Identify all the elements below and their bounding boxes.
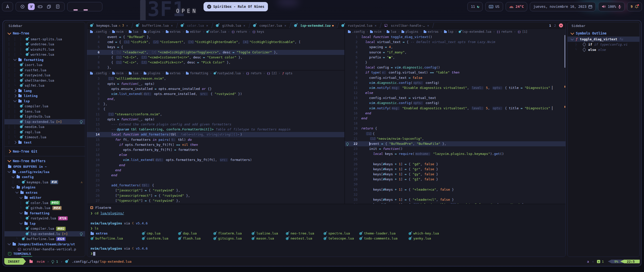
buffer-scrollbar-handle-vertical.p[interactable]: └ scrollbar-handle-vertical.p (5, 247, 85, 252)
code-line[interactable]: 19 vim.list_extend(dst: opts.formatters_… (87, 157, 344, 162)
code-line[interactable]: 24 local keys = require(modname: "lazyvi… (345, 151, 566, 156)
keyboard-layout-widget[interactable]: US (485, 2, 503, 11)
terminal-line[interactable]: ❯ ls (87, 226, 566, 231)
code-line[interactable]: 16 if opts.formatters_by_ft[ft] == nil t… (87, 142, 344, 147)
floaterm-titlebar[interactable]: Floaterm (87, 204, 566, 211)
terminal-line[interactable]: bufferline.luaconform.luaflash.luagitsig… (87, 236, 566, 241)
code-line[interactable]: 17end (345, 116, 566, 121)
workspace-doc[interactable] (54, 3, 61, 10)
code-line[interactable]: 3 spacing = 4, (345, 45, 566, 50)
close-tab-icon[interactable]: × (284, 24, 286, 27)
weather-widget[interactable]: 24°C (506, 2, 528, 11)
code-line[interactable]: 5 opts.ensure_installed = opts.ensure_in… (87, 86, 344, 91)
ls-entry-dap.lua[interactable]: dap.lua (178, 231, 213, 236)
breadcrumb-item[interactable]: {}keys (252, 30, 264, 33)
ls-entry-neotest.lua[interactable]: neotest.lua (286, 236, 324, 241)
file-undotree.lua[interactable]: │ │ │ undotree.lua (5, 42, 85, 47)
buffer-lsp[interactable]: lsp (5, 221, 85, 226)
code-line[interactable]: 22 event = { "BufReadPre", "BufNewFile" … (345, 141, 566, 146)
close-all-button[interactable]: × (559, 23, 563, 27)
buffer-extras[interactable]: extras (5, 190, 85, 195)
file-shellharden.lua[interactable]: │ │ shellharden.lua (5, 78, 85, 83)
ls-entry-theme-loader.lua[interactable]: theme-loader.lua (359, 231, 409, 236)
code-line[interactable]: 32 (345, 192, 566, 197)
code-line[interactable]: 29 keys[#keys + 1] = { "gI", false } (345, 177, 566, 182)
file-lsp[interactable]: │ lsp (5, 98, 85, 104)
code-line[interactable]: 27 ["typescript"] = { "rustywind" }, (87, 198, 344, 203)
buffer-plugins[interactable]: plugins (5, 185, 85, 190)
code-line[interactable]: 7 local config = vim.diagnostic.config() (345, 65, 566, 70)
chevron-down-icon[interactable] (15, 190, 19, 194)
breadcrumb-item[interactable]: plugins (401, 30, 418, 33)
file-sqlfmt.lua[interactable]: │ └ sqlfmt.lua (5, 83, 85, 88)
scrollbar-handle[interactable] (565, 35, 565, 68)
buffer-.config/nvim/lua[interactable]: .config/nvim/lua (5, 169, 85, 175)
code-line[interactable]: 33 keys[#keys + 1] = { "<leader>cl", fal… (345, 197, 566, 202)
breadcrumb-item[interactable]: extras (424, 30, 438, 33)
code-line[interactable]: 19return { (345, 126, 566, 131)
buffer-OPEN BUFFERS in ~[interactable]: OPEN BUFFERS in ~ (5, 164, 85, 169)
code-line[interactable]: 20 end (87, 163, 344, 168)
workspace-orb[interactable] (19, 3, 26, 10)
ls-entry-mason.lua[interactable]: mason.lua (252, 236, 286, 241)
neotree-section-header[interactable]: Neo-Tree (5, 30, 85, 37)
code-line[interactable]: 22 end (87, 173, 344, 178)
file-lang[interactable]: │ lang (5, 88, 85, 93)
ls-entry-lualine.lua[interactable]: lualine.lua (252, 231, 286, 236)
code-line[interactable]: 7 { [1]"<S-C>", [2]"<cmd>CccConvert<cr>"… (87, 55, 344, 60)
outline-item-toggle_diag_virtext[interactable]: ƒtoggle_diag_virtextfu (568, 37, 639, 42)
breadcrumb-item[interactable]: extras (166, 30, 181, 33)
code-line[interactable]: 21 end (87, 168, 344, 173)
breadcrumb-item[interactable]: color.lua (206, 30, 226, 33)
code-line[interactable]: 4 source = "if_many", (345, 50, 566, 55)
code-line[interactable]: 6 } (345, 60, 566, 65)
tabpage-1[interactable]: 1 (549, 24, 551, 27)
close-tab-icon[interactable]: × (375, 24, 377, 27)
tab-scrollbar-handle-…[interactable]: scrollbar-handle-…× (381, 22, 432, 29)
terminal-line[interactable]: extrascmp.luadap.luafloaterm.lualualine.… (87, 231, 566, 236)
file-test[interactable]: │ test (5, 140, 85, 145)
chevron-down-icon[interactable] (14, 58, 17, 61)
terminals-section-header[interactable]: TERMINALS (5, 252, 85, 256)
chevron-right-icon[interactable] (14, 89, 17, 92)
breadcrumb-item[interactable]: plugins (144, 30, 160, 33)
breadcrumb-item[interactable]: formatting (186, 72, 208, 75)
tab-keymaps.lua[interactable]: keymaps.lua⚠ 3× (87, 22, 131, 29)
file-linting[interactable]: │ linting (5, 93, 85, 99)
ls-entry-flash.lua[interactable]: flash.lua (178, 236, 213, 241)
chevron-down-icon[interactable] (12, 185, 15, 189)
code-line[interactable]: 9 }, (87, 65, 344, 70)
breadcrumb-item[interactable]: ƒopts (282, 72, 293, 75)
breadcrumb-item[interactable]: .config (90, 72, 107, 75)
workspace-gamepad[interactable] (37, 3, 44, 10)
ls-entry-floaterm.lua[interactable]: floaterm.lua (213, 231, 252, 236)
code-line[interactable]: 23 (87, 178, 344, 183)
buffer-config[interactable]: config (5, 175, 85, 180)
code-line[interactable]: 21 [1]"neovim/nvim-lspconfig", (345, 136, 566, 141)
chevron-down-icon[interactable] (12, 175, 15, 178)
code-line[interactable]: 15 for ft, formatters in pairs(t: tbl) d… (87, 137, 344, 142)
code-line[interactable]: 20 [1]{ (345, 131, 566, 136)
chevron-down-icon[interactable] (8, 242, 11, 245)
code-line[interactable]: 18 (345, 121, 566, 126)
tab-color.lua[interactable]: color.lua× (178, 22, 211, 29)
taskbar-tray[interactable] (67, 2, 102, 11)
file-repl.lua[interactable]: │ │ repl.lua (5, 129, 85, 135)
file-timeout.lua[interactable]: │ └ timeout.lua (5, 135, 85, 140)
file-smart-splits.lua[interactable]: │ │ │ smart-splits.lua (5, 37, 85, 42)
code-line[interactable]: 13 --- Extend the conform plugin config … (87, 122, 344, 127)
buffer-bufferline.lua[interactable]: └ bufferline.lua#328 (5, 236, 85, 242)
chevron-down-icon[interactable] (14, 99, 17, 102)
file-formatting[interactable]: │ formatting (5, 57, 85, 62)
breadcrumb-item[interactable]: nvim (112, 30, 124, 33)
close-tab-icon[interactable]: × (427, 24, 429, 27)
buffer-keymaps.lua[interactable]: │ └ keymaps.lua#10⚠ (5, 180, 85, 185)
tab-lsp-extended.lua[interactable]: lsp-extended.lua● (291, 22, 337, 29)
neotree-git-section-header[interactable]: Neo-Tree Git (5, 148, 85, 155)
code-line[interactable]: 8}, (87, 101, 344, 107)
buffer-lsp-extended.lu[interactable]: └ lsp-extended.lu[+] (5, 231, 85, 236)
buffer-compiler.lua[interactable]: │ compiler.lua#682 (5, 226, 85, 231)
code-line[interactable]: 8 { [1]"<C-c>", [2]"<cmd>CccPick<cr>", d… (87, 60, 344, 65)
code-line[interactable]: 1local function toggle_diag_virtext() (345, 35, 566, 40)
chevron-right-icon[interactable] (14, 141, 17, 144)
